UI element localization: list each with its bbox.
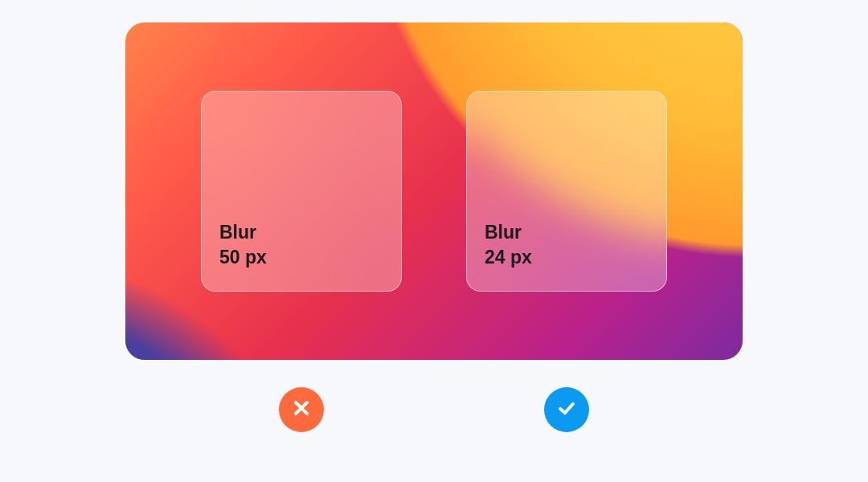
indicator-col-correct xyxy=(466,387,667,432)
glass-card-correct: Blur 24 px xyxy=(466,91,667,292)
card-value: 50 px xyxy=(219,245,383,270)
indicator-row xyxy=(125,387,743,432)
example-stage: Blur 50 px Blur 24 px xyxy=(125,22,743,360)
card-title: Blur xyxy=(485,220,649,245)
wrong-badge xyxy=(279,387,324,432)
cards-row: Blur 50 px Blur 24 px xyxy=(125,22,743,360)
indicator-col-wrong xyxy=(201,387,402,432)
correct-badge xyxy=(544,387,589,432)
glass-card-wrong: Blur 50 px xyxy=(201,91,402,292)
card-value: 24 px xyxy=(485,245,649,270)
card-title: Blur xyxy=(219,220,383,245)
check-icon xyxy=(555,397,578,423)
cross-icon xyxy=(290,397,313,423)
